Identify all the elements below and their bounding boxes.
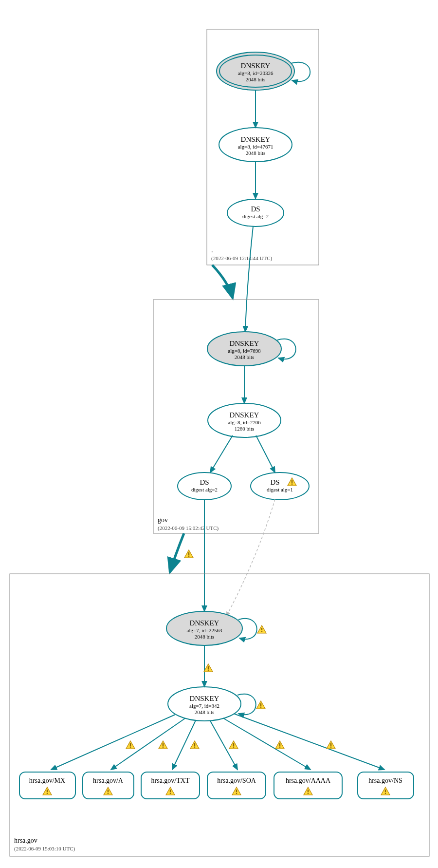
record-ns: hrsa.gov/NS	[358, 772, 414, 799]
svg-text:digest alg=2: digest alg=2	[191, 487, 218, 492]
selfloop-hrsa-zsk	[237, 694, 256, 715]
node-root-ksk: DNSKEY alg=8, id=20326 2048 bits	[217, 52, 310, 90]
svg-text:2048 bits: 2048 bits	[246, 150, 266, 156]
svg-text:hrsa.gov/TXT: hrsa.gov/TXT	[151, 777, 190, 784]
zone-time-gov: (2022-06-09 15:02:42 UTC)	[158, 525, 219, 531]
svg-text:DNSKEY: DNSKEY	[230, 340, 259, 347]
warning-icon	[257, 625, 266, 633]
zone-name-gov: gov	[158, 516, 168, 524]
svg-text:alg=8, id=2706: alg=8, id=2706	[228, 419, 261, 425]
warning-icon	[184, 550, 193, 558]
svg-point-11	[227, 199, 284, 226]
svg-text:DS: DS	[270, 478, 279, 486]
zone-time-root: (2022-06-09 12:14:44 UTC)	[211, 255, 273, 262]
dnssec-graph: . (2022-06-09 12:14:44 UTC) DNSKEY alg=8…	[0, 0, 438, 868]
node-gov-ksk: DNSKEY alg=8, id=7698 2048 bits	[207, 332, 296, 366]
svg-text:alg=7, id=22563: alg=7, id=22563	[187, 627, 222, 633]
svg-point-22	[178, 472, 231, 500]
edge-root-to-gov-zone	[212, 265, 233, 298]
svg-text:1280 bits: 1280 bits	[235, 426, 255, 432]
warning-icon	[288, 478, 296, 486]
edge-gov-to-hrsa-zone	[170, 533, 184, 572]
node-gov-ds2: DS digest alg=1	[251, 472, 309, 500]
svg-text:alg=8, id=7698: alg=8, id=7698	[228, 348, 261, 354]
node-root-ds: DS digest alg=2	[227, 199, 284, 226]
node-gov-ds1: DS digest alg=2	[178, 472, 231, 500]
svg-text:2048 bits: 2048 bits	[195, 634, 215, 640]
svg-text:hrsa.gov/A: hrsa.gov/A	[93, 777, 124, 784]
svg-text:hrsa.gov/NS: hrsa.gov/NS	[368, 777, 402, 784]
svg-text:hrsa.gov/SOA: hrsa.gov/SOA	[217, 777, 256, 784]
edge-govzsk-ds2	[256, 435, 275, 472]
svg-point-25	[251, 472, 309, 500]
edge-rootds-govksk	[245, 226, 253, 332]
node-gov-zsk: DNSKEY alg=8, id=2706 1280 bits	[208, 403, 281, 437]
zone-time-hrsa: (2022-06-09 15:03:10 UTC)	[14, 846, 75, 852]
node-hrsa-ksk: DNSKEY alg=7, id=22563 2048 bits	[166, 611, 266, 645]
edge-govds2-hrsaksk	[226, 499, 275, 616]
svg-text:2048 bits: 2048 bits	[246, 76, 266, 82]
node-root-zsk: DNSKEY alg=8, id=47671 2048 bits	[219, 128, 292, 162]
edge-warns	[126, 741, 335, 749]
edge-govzsk-ds1	[210, 435, 233, 472]
record-aaaa: hrsa.gov/AAAA	[274, 772, 342, 799]
svg-text:hrsa.gov/AAAA: hrsa.gov/AAAA	[286, 777, 331, 784]
svg-text:alg=8, id=20326: alg=8, id=20326	[238, 70, 274, 76]
svg-text:DNSKEY: DNSKEY	[241, 135, 271, 143]
zone-name-hrsa: hrsa.gov	[14, 837, 37, 844]
svg-text:alg=8, id=47671: alg=8, id=47671	[238, 144, 274, 150]
svg-text:hrsa.gov/MX: hrsa.gov/MX	[29, 777, 65, 784]
svg-text:digest alg=2: digest alg=2	[242, 213, 269, 219]
zone-name-root: .	[211, 246, 213, 254]
node-hrsa-zsk: DNSKEY alg=7, id=842 2048 bits	[168, 687, 265, 721]
edges-zsk-records	[51, 714, 384, 770]
svg-text:alg=7, id=842: alg=7, id=842	[189, 703, 219, 709]
warning-icon	[256, 701, 265, 709]
record-mx: hrsa.gov/MX	[19, 772, 75, 799]
svg-text:2048 bits: 2048 bits	[235, 354, 255, 360]
record-a: hrsa.gov/A	[83, 772, 134, 799]
record-soa: hrsa.gov/SOA	[207, 772, 266, 799]
svg-text:digest alg=1: digest alg=1	[267, 487, 293, 492]
svg-text:2048 bits: 2048 bits	[195, 709, 215, 715]
svg-text:DNSKEY: DNSKEY	[241, 62, 271, 70]
svg-text:DNSKEY: DNSKEY	[230, 411, 259, 419]
svg-text:DS: DS	[251, 205, 260, 213]
svg-text:DS: DS	[200, 478, 209, 486]
svg-text:DNSKEY: DNSKEY	[190, 619, 219, 627]
svg-text:DNSKEY: DNSKEY	[190, 695, 219, 702]
record-txt: hrsa.gov/TXT	[141, 772, 200, 799]
warning-icon	[204, 664, 213, 672]
